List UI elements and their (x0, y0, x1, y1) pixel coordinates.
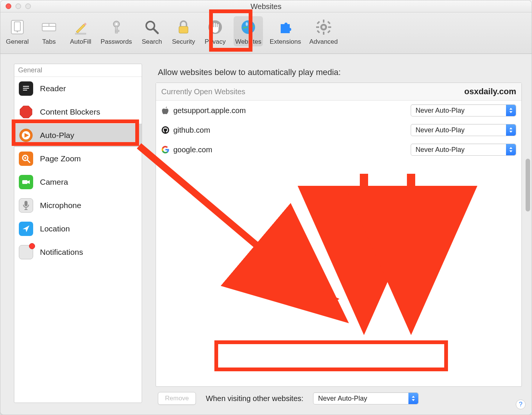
camera-icon (19, 175, 33, 189)
sites-list: Currently Open Websites osxdaily.com get… (156, 83, 522, 387)
svg-rect-40 (22, 180, 28, 184)
svg-marker-46 (509, 108, 512, 110)
svg-marker-54 (412, 399, 415, 401)
sidebar-item-label: Notifications (40, 248, 83, 257)
sidebar-item-label: Reader (40, 84, 66, 93)
svg-marker-50 (509, 131, 512, 133)
site-policy-select[interactable]: Never Auto-Play (411, 104, 516, 116)
reader-icon (19, 81, 33, 96)
toolbar-label: Search (142, 38, 162, 46)
sidebar-item-content-blockers[interactable]: Content Blockers (14, 100, 142, 124)
google-icon (161, 145, 170, 154)
svg-rect-25 (327, 21, 330, 24)
select-value: Never Auto-Play (318, 395, 367, 403)
main-heading: Allow websites below to automatically pl… (158, 67, 520, 77)
toolbar-extensions[interactable]: Extensions (268, 16, 303, 46)
watermark-text: osxdaily.com (464, 87, 516, 96)
sites-list-header-label: Currently Open Websites (161, 87, 245, 96)
site-hostname: getsupport.apple.com (173, 106, 407, 115)
svg-marker-53 (412, 396, 415, 398)
svg-rect-1 (14, 22, 20, 31)
svg-rect-26 (316, 30, 320, 33)
sidebar-item-notifications[interactable]: Notifications (14, 240, 142, 264)
chevron-updown-icon (506, 124, 516, 136)
toolbar-label: Security (172, 38, 195, 46)
svg-marker-45 (23, 225, 29, 232)
svg-marker-6 (76, 24, 85, 33)
toolbar-tabs[interactable]: Tabs (36, 16, 62, 46)
site-row[interactable]: getsupport.apple.com Never Auto-Play (156, 101, 521, 120)
gear-icon (314, 18, 333, 37)
remove-button[interactable]: Remove (158, 392, 196, 405)
toolbar-label: Advanced (309, 38, 338, 46)
toggle-icon (8, 18, 27, 37)
site-row[interactable]: github.com Never Auto-Play (156, 120, 521, 140)
sidebar-item-reader[interactable]: Reader (14, 77, 142, 100)
sidebar-item-label: Location (40, 224, 70, 233)
toolbar-general[interactable]: General (4, 16, 31, 46)
sites-list-header: Currently Open Websites osxdaily.com (156, 83, 521, 101)
remove-button-label: Remove (165, 395, 189, 402)
other-websites-label: When visiting other websites: (206, 394, 303, 403)
svg-point-18 (246, 22, 248, 26)
apple-icon (161, 106, 170, 115)
other-websites-policy-select[interactable]: Never Auto-Play (313, 392, 419, 404)
svg-line-14 (153, 29, 158, 33)
toolbar-label: General (6, 38, 29, 46)
sidebar-item-location[interactable]: Location (14, 217, 142, 240)
sidebar-item-label: Auto-Play (40, 131, 74, 140)
svg-rect-8 (75, 33, 86, 34)
stop-sign-icon (19, 105, 33, 119)
preferences-window: Websites General Tabs AutoFill Passwords (0, 0, 532, 415)
scrollbar[interactable] (526, 159, 530, 211)
help-button[interactable]: ? (516, 400, 526, 409)
toolbar-label: Websites (235, 38, 261, 46)
select-value: Never Auto-Play (416, 107, 465, 115)
site-policy-select[interactable]: Never Auto-Play (411, 124, 516, 136)
toolbar-search[interactable]: Search (139, 16, 165, 46)
toolbar-autofill[interactable]: AutoFill (67, 16, 94, 46)
toolbar-websites[interactable]: Websites (234, 16, 263, 46)
sidebar-item-label: Content Blockers (40, 107, 100, 116)
globe-icon (239, 18, 258, 37)
svg-marker-52 (509, 150, 512, 152)
svg-marker-47 (509, 111, 512, 113)
site-row[interactable]: google.com Never Auto-Play (156, 140, 521, 159)
location-icon (19, 222, 33, 236)
toolbar-passwords[interactable]: Passwords (99, 16, 133, 46)
svg-marker-32 (20, 106, 32, 118)
toolbar-label: AutoFill (70, 38, 92, 46)
svg-rect-15 (179, 26, 188, 33)
toolbar-advanced[interactable]: Advanced (308, 16, 339, 46)
puzzle-icon (276, 18, 295, 37)
github-icon (161, 126, 170, 134)
chevron-updown-icon (506, 105, 516, 116)
sidebar-item-microphone[interactable]: Microphone (14, 194, 142, 217)
prefs-toolbar: General Tabs AutoFill Passwords Search (0, 12, 532, 54)
toolbar-security[interactable]: Security (170, 16, 197, 46)
sidebar-item-page-zoom[interactable]: Page Zoom (14, 147, 142, 170)
svg-point-17 (242, 20, 255, 34)
toolbar-privacy[interactable]: Privacy (202, 16, 228, 46)
svg-point-10 (115, 23, 118, 25)
search-icon (142, 18, 161, 37)
svg-point-2 (17, 31, 18, 32)
svg-rect-20 (323, 20, 324, 23)
site-policy-select[interactable]: Never Auto-Play (411, 144, 516, 156)
toolbar-label: Passwords (101, 38, 132, 46)
titlebar: Websites (0, 0, 532, 12)
badge-icon (29, 243, 35, 249)
sidebar-item-camera[interactable]: Camera (14, 170, 142, 194)
tabs-icon (40, 18, 58, 37)
svg-marker-41 (28, 180, 30, 184)
sidebar-item-label: Page Zoom (40, 154, 81, 163)
chevron-updown-icon (506, 144, 516, 155)
play-icon (19, 128, 33, 142)
svg-marker-51 (509, 147, 512, 149)
toolbar-label: Extensions (270, 38, 301, 46)
sidebar-item-label: Camera (40, 178, 68, 187)
zoom-icon (19, 152, 33, 166)
sidebar-item-auto-play[interactable]: Auto-Play (14, 124, 142, 147)
footer: Remove When visiting other websites: Nev… (156, 387, 522, 405)
window-title: Websites (0, 2, 532, 11)
